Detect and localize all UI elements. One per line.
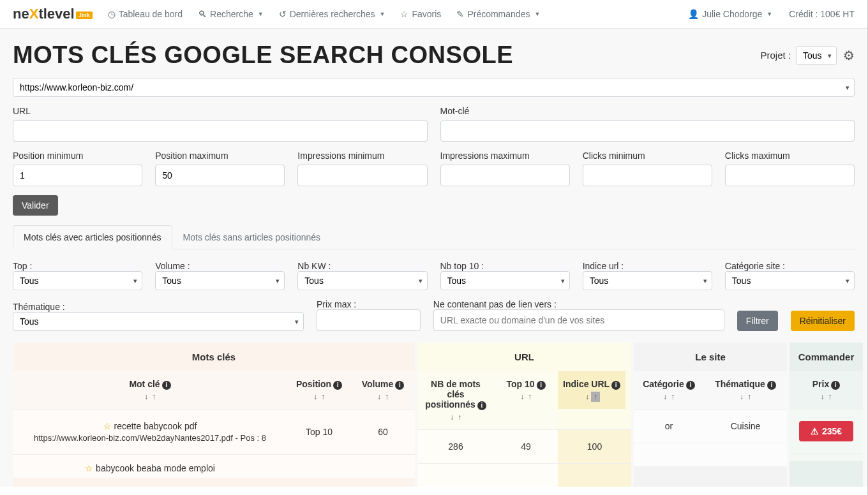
- results-table: Mots clés Mot cléi↓↑ Positioni↓↑ Volumei…: [13, 343, 855, 487]
- table-row: ☆babycook beaba mode emploi: [13, 454, 415, 478]
- reset-button[interactable]: Réinitialiser: [791, 311, 855, 331]
- nbkw-select[interactable]: Tous: [297, 271, 427, 290]
- nav-favorites[interactable]: ☆Favoris: [394, 5, 447, 23]
- info-icon[interactable]: i: [767, 381, 776, 390]
- history-icon: ↺: [279, 9, 287, 19]
- site-select[interactable]: https://www.korleon-biz.com/: [13, 78, 855, 97]
- group-motcles: Mots clés: [13, 343, 415, 371]
- prixmax-input[interactable]: [317, 309, 421, 331]
- impmin-input[interactable]: [297, 165, 427, 186]
- projet-label: Projet :: [760, 50, 791, 61]
- group-site: Le site: [634, 343, 787, 371]
- url-label: URL: [13, 106, 428, 116]
- search-icon: 🔍︎: [198, 9, 207, 19]
- info-icon[interactable]: i: [395, 381, 404, 390]
- star-icon[interactable]: ☆: [103, 421, 112, 431]
- clickmax-input[interactable]: [725, 165, 855, 186]
- nolien-input[interactable]: [433, 309, 724, 331]
- warning-icon: ⚠: [811, 426, 819, 436]
- info-icon[interactable]: i: [537, 381, 546, 390]
- sort-active-icon[interactable]: ↑: [591, 392, 600, 402]
- nav-search[interactable]: 🔍︎Recherche▼: [191, 5, 270, 23]
- tabs: Mots clés avec articles positionnés Mots…: [13, 225, 855, 249]
- sort-down-icon[interactable]: ↓: [142, 392, 150, 401]
- info-icon[interactable]: i: [611, 381, 620, 390]
- logo[interactable]: neXtlevel.link: [13, 6, 93, 22]
- info-icon[interactable]: i: [831, 381, 840, 390]
- categorie-select[interactable]: Tous: [725, 271, 855, 290]
- user-icon: 👤: [688, 9, 699, 19]
- nav-recent[interactable]: ↺Dernières recherches▼: [273, 5, 392, 23]
- group-url: URL: [417, 343, 631, 371]
- motcle-label: Mot-clé: [440, 106, 855, 116]
- filtrer-button[interactable]: Filtrer: [737, 311, 778, 331]
- credit-display: Crédit : 100€ HT: [789, 9, 855, 19]
- valider-button[interactable]: Valider: [13, 195, 58, 216]
- indice-select[interactable]: Tous: [583, 271, 712, 290]
- page-title: MOTS CLÉS GOOGLE SEARCH CONSOLE: [13, 41, 760, 69]
- info-icon[interactable]: i: [162, 381, 171, 390]
- sort-up-icon[interactable]: ↑: [150, 392, 158, 401]
- info-icon[interactable]: i: [333, 381, 342, 390]
- table-row: ☆recette babycook pdfhttps://www.korleon…: [13, 409, 415, 454]
- thematique-select[interactable]: Tous: [13, 312, 304, 331]
- projet-select[interactable]: Tous: [796, 46, 837, 65]
- tab-without-articles[interactable]: Mots clés sans articles positionnés: [172, 225, 332, 249]
- dashboard-icon: ◷: [108, 9, 116, 19]
- volume-select[interactable]: Tous: [155, 271, 285, 290]
- top-select[interactable]: Tous: [13, 271, 142, 290]
- motcle-input[interactable]: [440, 120, 855, 142]
- info-icon[interactable]: i: [686, 381, 695, 390]
- order-button[interactable]: ⚠235€: [799, 421, 853, 441]
- nbtop10-select[interactable]: Tous: [440, 271, 570, 290]
- tab-with-articles[interactable]: Mots clés avec articles positionnés: [13, 225, 172, 249]
- clickmin-input[interactable]: [583, 165, 712, 186]
- nav-dashboard[interactable]: ◷Tableau de bord: [101, 5, 189, 23]
- url-input[interactable]: [13, 120, 428, 142]
- posmin-input[interactable]: [13, 165, 142, 186]
- impmax-input[interactable]: [440, 165, 570, 186]
- top-nav: neXtlevel.link ◷Tableau de bord 🔍︎Recher…: [0, 0, 867, 29]
- edit-icon: ✎: [456, 9, 464, 19]
- star-icon[interactable]: ☆: [85, 463, 93, 473]
- star-icon: ☆: [400, 9, 408, 19]
- nav-user[interactable]: 👤Julie Chodorge▼: [682, 5, 779, 23]
- gear-icon[interactable]: ⚙: [843, 48, 855, 63]
- posmax-input[interactable]: [155, 165, 285, 186]
- nav-preorders[interactable]: ✎Précommandes▼: [450, 5, 546, 23]
- info-icon[interactable]: i: [477, 401, 486, 410]
- group-commander: Commander: [789, 343, 863, 371]
